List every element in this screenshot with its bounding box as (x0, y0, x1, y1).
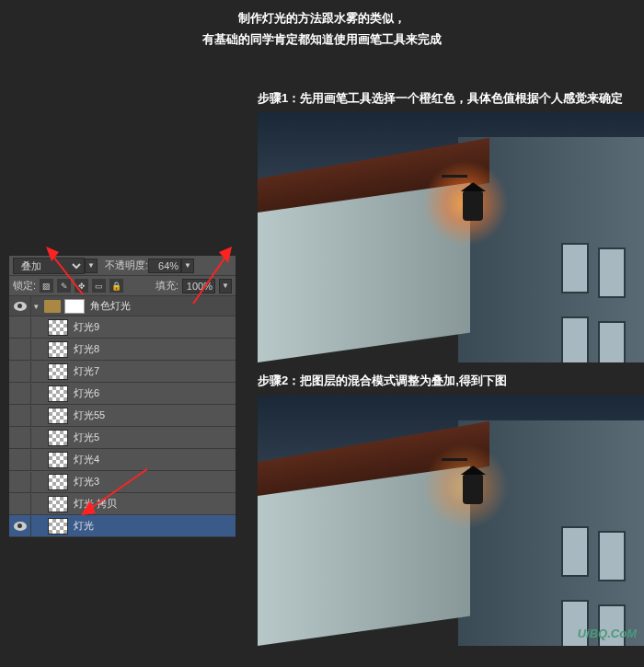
lock-position-icon[interactable]: ✥ (75, 279, 88, 293)
fill-label: 填充: (155, 279, 178, 293)
layers-panel: 叠加 ▼ 不透明度: ▼ 锁定: ▨ ✎ ✥ ▭ 🔒 填充: ▼ ▾ 角色灯光 … (9, 256, 236, 537)
window (561, 243, 589, 293)
lamp-body (463, 475, 483, 504)
chevron-down-icon[interactable]: ▼ (181, 259, 194, 273)
visibility-toggle[interactable] (9, 296, 31, 316)
layer-item[interactable]: 灯光55 (9, 405, 236, 427)
lamp-arm (442, 175, 467, 178)
visibility-toggle[interactable] (9, 384, 31, 404)
lock-transparent-icon[interactable]: ▨ (40, 279, 53, 293)
lock-brush-icon[interactable]: ✎ (57, 279, 71, 293)
group-name: 角色灯光 (90, 299, 131, 313)
preview-image-1 (258, 112, 644, 362)
opacity-label: 不透明度: (105, 259, 148, 272)
step1-label: 步骤1：先用画笔工具选择一个橙红色，具体色值根据个人感觉来确定 (258, 90, 623, 107)
layer-item[interactable]: 灯光6 (9, 383, 236, 405)
lock-all-icon[interactable]: 🔒 (109, 279, 123, 293)
layer-name: 灯光55 (74, 408, 105, 422)
layer-group[interactable]: ▾ 角色灯光 (9, 296, 236, 316)
layer-name: 灯光 拷贝 (74, 497, 117, 511)
layer-item[interactable]: 灯光7 (9, 361, 236, 383)
watermark: UiBQ.CoM (578, 627, 637, 640)
layer-item[interactable]: 灯光3 (9, 471, 236, 493)
layer-item[interactable]: 灯光9 (9, 316, 236, 339)
layer-thumbnail[interactable] (48, 408, 68, 424)
intro-text: 制作灯光的方法跟水雾的类似， 有基础的同学肯定都知道使用画笔工具来完成 (0, 0, 644, 51)
window (598, 531, 626, 581)
intro-line2: 有基础的同学肯定都知道使用画笔工具来完成 (0, 29, 644, 50)
layer-thumbnail[interactable] (48, 430, 68, 446)
window (598, 247, 626, 298)
layer-thumbnail[interactable] (48, 319, 68, 336)
opacity-input[interactable] (148, 259, 181, 273)
lamp-arm (442, 458, 467, 461)
layer-item-selected[interactable]: 灯光 (9, 515, 236, 537)
layer-name: 灯光8 (74, 342, 99, 356)
intro-line1: 制作灯光的方法跟水雾的类似， (0, 7, 644, 29)
step2-label: 步骤2：把图层的混合模式调整为叠加,得到下图 (258, 373, 507, 389)
layer-thumbnail[interactable] (48, 518, 68, 535)
visibility-toggle[interactable] (9, 406, 31, 426)
layer-name: 灯光3 (74, 475, 99, 489)
visibility-toggle[interactable] (9, 450, 31, 470)
visibility-toggle[interactable] (9, 494, 31, 514)
layer-item[interactable]: 灯光4 (9, 449, 236, 471)
visibility-toggle[interactable] (9, 317, 31, 338)
lamp-body (463, 191, 483, 221)
chevron-down-icon[interactable]: ▼ (85, 259, 98, 273)
layer-name: 灯光9 (74, 320, 99, 334)
layer-item[interactable]: 灯光5 (9, 427, 236, 449)
blend-opacity-row: 叠加 ▼ 不透明度: ▼ (9, 256, 236, 276)
street-lamp (458, 466, 488, 512)
layer-thumbnail[interactable] (48, 363, 68, 380)
visibility-toggle[interactable] (9, 472, 31, 492)
lock-label: 锁定: (13, 279, 36, 293)
layer-thumbnail[interactable] (48, 341, 68, 358)
preview-image-2: UiBQ.CoM (258, 396, 644, 646)
visibility-toggle[interactable] (9, 362, 31, 382)
visibility-toggle[interactable] (9, 428, 31, 448)
chevron-down-icon[interactable]: ▾ (31, 302, 40, 311)
layer-item[interactable]: 灯光 拷贝 (9, 493, 236, 515)
layer-thumbnail[interactable] (48, 474, 68, 490)
window (598, 321, 626, 362)
lock-artboard-icon[interactable]: ▭ (92, 279, 106, 293)
layer-thumbnail[interactable] (48, 452, 68, 468)
street-lamp (458, 182, 488, 228)
layer-mask-thumb[interactable] (64, 299, 85, 314)
chevron-down-icon[interactable]: ▼ (219, 279, 232, 293)
lock-row: 锁定: ▨ ✎ ✥ ▭ 🔒 填充: ▼ (9, 276, 236, 296)
layer-name: 灯光 (74, 519, 94, 533)
layer-item[interactable]: 灯光8 (9, 339, 236, 361)
layer-name: 灯光6 (74, 386, 99, 400)
layer-thumbnail[interactable] (48, 496, 68, 512)
layer-name: 灯光5 (74, 431, 99, 444)
lamp-top (460, 182, 486, 191)
layer-name: 灯光4 (74, 453, 99, 466)
eye-icon (14, 522, 27, 531)
folder-icon (44, 300, 61, 313)
blend-mode-dropdown[interactable]: 叠加 (13, 258, 85, 274)
visibility-toggle[interactable] (9, 339, 31, 360)
layer-name: 灯光7 (74, 364, 99, 378)
lamp-top (460, 466, 486, 475)
fill-input[interactable] (182, 279, 215, 293)
eye-icon (14, 302, 27, 311)
visibility-toggle[interactable] (9, 516, 31, 536)
window (561, 316, 589, 362)
window (561, 526, 589, 577)
layer-thumbnail[interactable] (48, 385, 68, 402)
